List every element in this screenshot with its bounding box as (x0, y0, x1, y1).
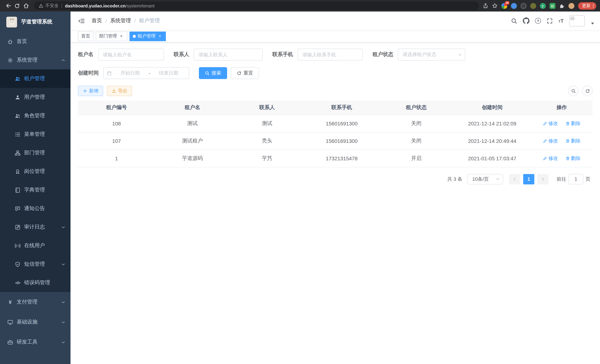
column-header: 租户状态 (379, 101, 454, 115)
delete-button[interactable]: 删除 (565, 120, 581, 127)
add-button[interactable]: 新增 (78, 86, 103, 96)
omnibox-divider (62, 3, 62, 8)
goto-label: 前往 (557, 176, 566, 182)
date-start-placeholder: 开始日期 (113, 70, 147, 76)
address-bar[interactable]: 不安全 dashboard.yudao.iocoder.cn/system/te… (34, 1, 479, 10)
github-link[interactable] (523, 18, 529, 24)
table-row: 1 芋道源码 芋艿 17321315478 开启 2021-01-05 17:0… (78, 149, 593, 167)
cell-tenant-id: 107 (78, 132, 155, 149)
header-search-button[interactable] (511, 18, 517, 24)
olive-extension-icon[interactable] (530, 3, 536, 9)
next-page-button[interactable] (537, 174, 548, 184)
sidebar-item-home[interactable]: 首页 (0, 32, 71, 51)
signal-icon (15, 243, 20, 248)
export-button[interactable]: 导出 (107, 86, 132, 96)
sidebar-item-label: 通知公告 (24, 205, 45, 212)
tab-dept[interactable]: 部门管理 × (96, 31, 127, 41)
bookmark-star-button[interactable] (492, 3, 497, 9)
date-range-picker[interactable]: 开始日期 - 结束日期 (103, 67, 189, 79)
sidebar-item-errorcode[interactable]: </> 错误码管理 (0, 273, 71, 292)
delete-button[interactable]: 删除 (565, 155, 581, 162)
payment-icon: ¥ (7, 299, 13, 305)
delete-label: 删除 (571, 155, 581, 162)
browser-chrome: 不安全 dashboard.yudao.iocoder.cn/system/te… (0, 0, 600, 11)
sidebar-item-payment[interactable]: ¥ 支付管理 (0, 292, 71, 312)
tab-label: 租户管理 (138, 33, 155, 39)
edit-button[interactable]: 修改 (543, 155, 558, 162)
sidebar-item-dict[interactable]: 字典管理 (0, 181, 71, 199)
cell-status: 开启 (379, 149, 454, 167)
breadcrumb: 首页 / 系统管理 / 租户管理 (92, 18, 160, 24)
font-size-button[interactable]: TT (558, 18, 564, 23)
avatar-caret-icon[interactable] (591, 22, 594, 24)
globe-extension-icon[interactable] (520, 3, 526, 9)
sidebar-item-tenant[interactable]: 租户管理 (0, 69, 71, 88)
share-button[interactable] (483, 3, 488, 9)
sidebar-item-system[interactable]: 系统管理 (0, 51, 71, 69)
cell-tenant-id: 108 (78, 115, 155, 132)
sidebar-item-post[interactable]: 岗位管理 (0, 162, 71, 181)
main: 首页 / 系统管理 / 租户管理 ? (71, 11, 600, 364)
date-separator: - (149, 70, 150, 76)
sidebar-item-auditlog[interactable]: 审计日志 (0, 218, 71, 236)
goto-page-input[interactable] (568, 174, 583, 184)
sidebar-item-menu[interactable]: 菜单管理 (0, 125, 71, 144)
chrome-update-button[interactable]: 更新 (578, 2, 596, 9)
tab-tenant[interactable]: 租户管理 × (130, 31, 166, 41)
colorful-extension-icon[interactable]: 10 (501, 3, 507, 9)
green-y-extension-icon[interactable]: y (540, 3, 546, 9)
star-icon (492, 3, 497, 9)
close-icon[interactable]: × (157, 34, 162, 39)
refresh-table-button[interactable] (582, 86, 593, 96)
sidebar-toggle-button[interactable] (76, 17, 87, 24)
list-icon (15, 131, 20, 137)
breadcrumb-item-system[interactable]: 系统管理 (110, 18, 131, 24)
toggle-search-button[interactable] (568, 86, 579, 96)
phone-input[interactable] (298, 49, 363, 60)
page-number-button[interactable]: 1 (523, 174, 534, 184)
edit-icon (543, 156, 547, 160)
filter-create-time: 创建时间 开始日期 - 结束日期 (78, 67, 189, 79)
sidebar-item-dept[interactable]: 部门管理 (0, 144, 71, 162)
sidebar-item-infra[interactable]: 基础设施 (0, 312, 71, 332)
sidebar-item-online[interactable]: 在线用户 (0, 236, 71, 255)
sidebar-item-sms[interactable]: 短信管理 (0, 255, 71, 273)
edit-button[interactable]: 修改 (543, 138, 558, 144)
fullscreen-button[interactable] (547, 18, 553, 24)
roles-icon (15, 113, 20, 119)
edit-label: 修改 (548, 138, 558, 144)
page-size-select[interactable]: 10条/页 (468, 174, 503, 184)
browser-home-button[interactable] (21, 1, 30, 10)
sidebar-item-devtools[interactable]: 研发工具 (0, 332, 71, 352)
blue-extension-icon[interactable] (511, 3, 517, 9)
edit-button[interactable]: 修改 (543, 120, 558, 127)
delete-button[interactable]: 删除 (565, 138, 581, 144)
chat-extension-icon[interactable]: ▤ (549, 3, 555, 9)
browser-back-button[interactable] (4, 1, 13, 10)
cell-phone: 17321315478 (304, 149, 379, 167)
cell-contact: 测试 (230, 115, 304, 132)
tab-home[interactable]: 首页 (78, 31, 94, 41)
sidebar-item-user[interactable]: 用户管理 (0, 88, 71, 106)
help-button[interactable]: ? (535, 18, 541, 24)
extensions-puzzle-icon[interactable] (559, 3, 564, 9)
reset-button[interactable]: 重置 (231, 67, 259, 79)
user-icon (15, 94, 20, 100)
contact-input[interactable] (194, 49, 263, 60)
tenant-name-input[interactable] (98, 49, 164, 60)
kebab-menu-icon[interactable] (592, 4, 594, 8)
status-select[interactable]: 请选择租户状态 (398, 49, 465, 60)
breadcrumb-item-home[interactable]: 首页 (92, 18, 102, 24)
logo[interactable]: 芋道管理系统 (0, 11, 71, 32)
profile-extension-icon[interactable] (568, 3, 574, 9)
prev-page-button[interactable] (509, 174, 520, 184)
plus-icon (83, 89, 87, 93)
sidebar-item-role[interactable]: 角色管理 (0, 106, 71, 125)
search-button[interactable]: 搜索 (199, 67, 227, 79)
column-header: 创建时间 (454, 101, 531, 115)
user-avatar[interactable] (569, 15, 585, 26)
update-label: 更新 (582, 3, 591, 9)
close-icon[interactable]: × (119, 34, 124, 39)
sidebar-item-notice[interactable]: 通知公告 (0, 199, 71, 218)
browser-reload-button[interactable] (13, 1, 21, 10)
